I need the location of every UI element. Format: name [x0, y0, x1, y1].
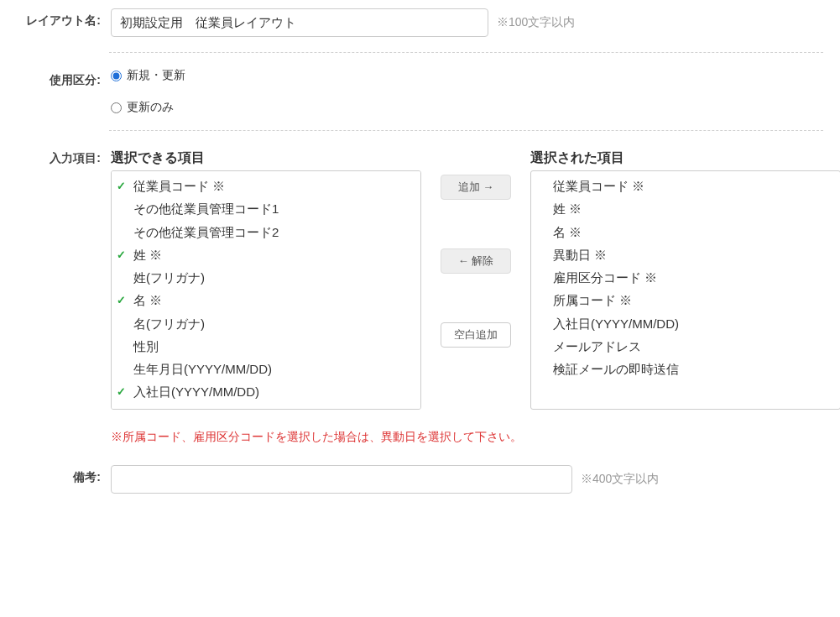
list-item-label: 従業員コード ※	[553, 179, 644, 193]
list-item-label: 雇用区分コード ※	[553, 270, 657, 285]
list-item[interactable]: 姓(フリガナ)	[112, 266, 420, 289]
list-item[interactable]: 検証メールの即時送信	[531, 358, 840, 380]
list-item[interactable]: ✓姓 ※	[112, 243, 420, 266]
list-item[interactable]: 姓 ※	[531, 197, 840, 220]
list-item[interactable]: 従業員コード ※	[531, 175, 840, 197]
list-item-label: 入社日(YYYY/MM/DD)	[553, 316, 679, 331]
add-blank-button[interactable]: 空白追加	[441, 322, 511, 348]
usage-radio-update-only-label: 更新のみ	[127, 100, 174, 115]
usage-radio-update-only[interactable]	[111, 102, 122, 113]
check-icon: ✓	[117, 247, 126, 264]
usage-radio-new-update[interactable]	[111, 71, 122, 81]
list-item-label: 姓(フリガナ)	[133, 270, 205, 285]
layout-name-label: レイアウト名:	[17, 8, 101, 29]
list-item-label: 性別	[133, 339, 159, 353]
list-item-label: 異動日 ※	[553, 248, 607, 262]
list-item[interactable]: ✓入社日(YYYY/MM/DD)	[112, 380, 420, 403]
list-item-label: その他従業員管理コード2	[133, 225, 279, 239]
remarks-input[interactable]	[111, 465, 572, 494]
list-item-label: 検証メールの即時送信	[553, 362, 679, 376]
list-item[interactable]: 雇用区分コード ※	[531, 266, 840, 289]
list-item-label: メールアドレス	[553, 339, 641, 353]
divider	[109, 52, 823, 53]
list-item-label: 姓 ※	[553, 201, 582, 216]
list-item[interactable]: ✓従業員コード ※	[112, 175, 420, 197]
list-item-label: 名(フリガナ)	[133, 316, 205, 331]
list-item[interactable]: 退職日(YYYY/MM/DD)	[112, 404, 420, 410]
remarks-hint: ※400文字以内	[581, 472, 659, 487]
usage-radio-new-update-label: 新規・更新	[127, 68, 185, 83]
remarks-label: 備考:	[17, 465, 101, 485]
list-item[interactable]: その他従業員管理コード1	[112, 197, 420, 220]
check-icon: ✓	[117, 292, 126, 309]
list-item[interactable]: ✓名 ※	[112, 289, 420, 311]
selected-items-title: 選択された項目	[530, 149, 840, 167]
check-icon: ✓	[117, 384, 126, 400]
list-item[interactable]: 名(フリガナ)	[112, 312, 420, 335]
list-item[interactable]: 所属コード ※	[531, 289, 840, 311]
layout-name-input[interactable]	[111, 8, 488, 37]
list-item-label: 従業員コード ※	[133, 179, 225, 193]
add-button[interactable]: 追加 →	[441, 175, 511, 200]
list-item[interactable]: メールアドレス	[531, 335, 840, 358]
list-item[interactable]: その他従業員管理コード2	[112, 221, 420, 243]
list-item-label: 姓 ※	[133, 248, 162, 262]
input-items-label: 入力項目:	[17, 146, 101, 166]
list-item[interactable]: 性別	[112, 335, 420, 358]
available-items-title: 選択できる項目	[111, 149, 421, 167]
divider	[109, 130, 823, 131]
list-item[interactable]: 生年月日(YYYY/MM/DD)	[112, 358, 420, 380]
check-icon: ✓	[117, 178, 126, 195]
selected-items-listbox[interactable]: 従業員コード ※姓 ※名 ※異動日 ※雇用区分コード ※所属コード ※入社日(Y…	[530, 170, 840, 410]
list-item-label: 所属コード ※	[553, 293, 632, 307]
usage-class-label: 使用区分:	[17, 68, 101, 88]
list-item-label: 名 ※	[133, 293, 162, 307]
list-item[interactable]: 名 ※	[531, 221, 840, 243]
list-item-label: 生年月日(YYYY/MM/DD)	[133, 362, 272, 376]
available-items-listbox[interactable]: ✓従業員コード ※その他従業員管理コード1その他従業員管理コード2✓姓 ※姓(フ…	[111, 170, 421, 410]
list-item[interactable]: 入社日(YYYY/MM/DD)	[531, 312, 840, 335]
list-item-label: その他従業員管理コード1	[133, 201, 279, 216]
selection-note: ※所属コード、雇用区分コードを選択した場合は、異動日を選択して下さい。	[111, 430, 823, 445]
list-item-label: 退職日(YYYY/MM/DD)	[133, 408, 259, 410]
layout-name-hint: ※100文字以内	[497, 15, 575, 30]
list-item-label: 入社日(YYYY/MM/DD)	[133, 384, 259, 399]
list-item-label: 名 ※	[553, 225, 582, 239]
list-item[interactable]: 異動日 ※	[531, 243, 840, 266]
remove-button[interactable]: ← 解除	[441, 248, 511, 274]
